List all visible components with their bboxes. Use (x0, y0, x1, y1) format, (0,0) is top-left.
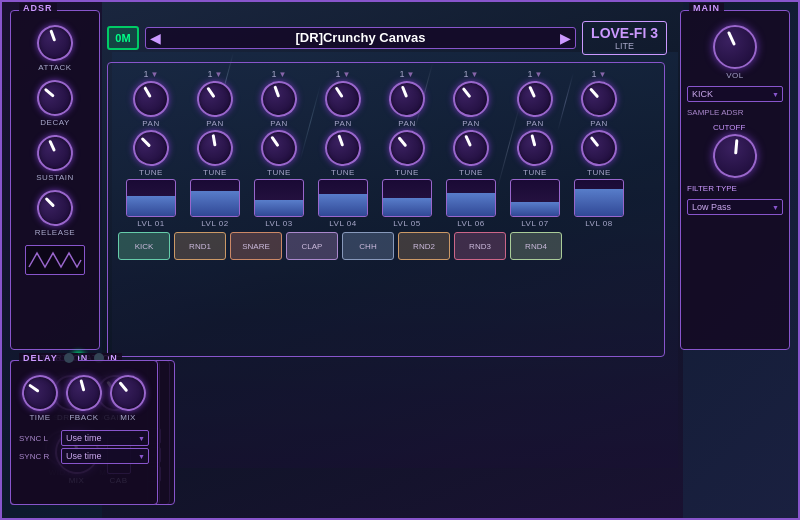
release-knob[interactable] (33, 186, 77, 230)
vol-knob[interactable] (713, 25, 757, 69)
lvl-cell-6: LVL 06 (440, 179, 502, 228)
delay-panel: DELAY TIME FBACK MIX (10, 360, 158, 505)
pan-knob-3[interactable] (258, 78, 300, 120)
pad-clap[interactable]: CLAP (286, 232, 338, 260)
tune-cell-8: TUNE (568, 130, 630, 177)
delay-mix-wrap: MIX (110, 375, 146, 422)
delay-header: DELAY (23, 353, 74, 363)
lvl-label-2: LVL 02 (201, 219, 228, 228)
delay-inner: TIME FBACK MIX SYNC L Use tim (11, 361, 157, 470)
tune-knob-5[interactable] (386, 127, 428, 169)
tune-knob-4[interactable] (322, 127, 364, 169)
lvl-bar-6[interactable] (446, 179, 496, 217)
tune-knob-2[interactable] (192, 125, 238, 171)
pan-cell-6: PAN (440, 81, 502, 128)
tune-label-3: TUNE (267, 168, 291, 177)
track-arrow-1[interactable]: ▼ (151, 70, 159, 79)
pad-rnd1[interactable]: RND1 (174, 232, 226, 260)
track-arrow-7[interactable]: ▼ (535, 70, 543, 79)
track-num-4: 1 ▼ (336, 69, 351, 79)
lvl-label-8: LVL 08 (585, 219, 612, 228)
lvl-cell-4: LVL 04 (312, 179, 374, 228)
lvl-bar-3[interactable] (254, 179, 304, 217)
decay-knob[interactable] (32, 75, 78, 121)
lvl-label-1: LVL 01 (137, 219, 164, 228)
track-cell-5: 1 ▼ (376, 69, 438, 79)
sample-select[interactable]: KICK SNARE HI-HAT CLAP (687, 86, 783, 102)
tune-knob-7[interactable] (513, 126, 557, 170)
track-arrow-2[interactable]: ▼ (215, 70, 223, 79)
lvl-label-7: LVL 07 (521, 219, 548, 228)
tune-knob-3[interactable] (259, 128, 298, 167)
lvl-bar-8[interactable] (574, 179, 624, 217)
pan-cell-4: PAN (312, 81, 374, 128)
delay-fback-knob[interactable] (62, 371, 106, 415)
om-button[interactable]: 0M (107, 26, 139, 50)
lvl-cell-7: LVL 07 (504, 179, 566, 228)
lvl-label-3: LVL 03 (265, 219, 292, 228)
pan-knob-8[interactable] (578, 78, 621, 121)
pan-label-2: PAN (206, 119, 223, 128)
cutoff-knob[interactable] (705, 126, 765, 186)
delay-sync-l-select[interactable]: Use time 1/4 1/8 (61, 430, 149, 446)
lvl-bar-1[interactable] (126, 179, 176, 217)
track-arrow-5[interactable]: ▼ (407, 70, 415, 79)
pan-row: PAN PAN PAN PAN PAN PAN (108, 81, 664, 128)
pad-snare[interactable]: SNARE (230, 232, 282, 260)
tune-knob-6[interactable] (451, 128, 490, 167)
track-num-3: 1 ▼ (272, 69, 287, 79)
lvl-bar-2[interactable] (190, 179, 240, 217)
tune-knob-1[interactable] (129, 126, 173, 170)
pad-chh[interactable]: CHH (342, 232, 394, 260)
sustain-knob[interactable] (35, 133, 74, 172)
attack-wrap: ATTACK (37, 25, 73, 72)
delay-sync-r-wrap: Use time 1/4 1/8 (61, 448, 149, 464)
lvl-bar-5[interactable] (382, 179, 432, 217)
track-arrow-4[interactable]: ▼ (343, 70, 351, 79)
lvl-bar-7[interactable] (510, 179, 560, 217)
track-cell-4: 1 ▼ (312, 69, 374, 79)
pad-kick[interactable]: KICK (118, 232, 170, 260)
attack-knob[interactable] (34, 22, 76, 64)
pan-knob-1[interactable] (133, 81, 169, 117)
lvl-bar-4[interactable] (318, 179, 368, 217)
pad-rnd3[interactable]: RND3 (454, 232, 506, 260)
tune-knob-8[interactable] (579, 128, 620, 169)
pan-knob-4[interactable] (324, 80, 362, 118)
lvl-label-6: LVL 06 (457, 219, 484, 228)
track-num-1: 1 ▼ (144, 69, 159, 79)
track-arrow-6[interactable]: ▼ (471, 70, 479, 79)
sample-adsr-label: SAMPLE ADSR (687, 108, 743, 117)
pad-rnd2[interactable]: RND2 (398, 232, 450, 260)
delay-time-knob[interactable] (16, 369, 64, 417)
track-arrow-3[interactable]: ▼ (279, 70, 287, 79)
pan-knob-7[interactable] (515, 79, 554, 118)
pan-knob-5[interactable] (387, 79, 428, 120)
pan-knob-2[interactable] (195, 79, 234, 118)
tune-label-7: TUNE (523, 168, 547, 177)
delay-led[interactable] (64, 353, 74, 363)
delay-sync-r-select[interactable]: Use time 1/4 1/8 (61, 448, 149, 464)
prev-preset-arrow[interactable]: ◀ (150, 30, 161, 46)
delay-sync-r-label: SYNC R (19, 452, 57, 461)
track-arrow-8[interactable]: ▼ (599, 70, 607, 79)
delay-time-label: TIME (29, 413, 50, 422)
filter-select[interactable]: Low Pass High Pass Band Pass (687, 199, 783, 215)
pan-label-5: PAN (398, 119, 415, 128)
adsr-panel: ADSR ATTACK DECAY SUSTAIN RELEASE (10, 10, 100, 350)
filter-type-label: FILTER TYPE (687, 184, 737, 193)
sample-select-wrap: KICK SNARE HI-HAT CLAP (687, 86, 783, 102)
next-preset-arrow[interactable]: ▶ (560, 30, 571, 46)
attack-label: ATTACK (38, 63, 71, 72)
decay-wrap: DECAY (37, 80, 73, 127)
filter-select-wrap: Low Pass High Pass Band Pass (687, 199, 783, 215)
logo-main: LOVE-FI 3 (591, 25, 658, 41)
tune-row: TUNE TUNE TUNE TUNE TUNE TUNE (108, 128, 664, 177)
pad-rnd4[interactable]: RND4 (510, 232, 562, 260)
delay-mix-knob[interactable] (107, 372, 149, 414)
track-cell-3: 1 ▼ (248, 69, 310, 79)
pan-knob-6[interactable] (451, 79, 492, 120)
delay-sync-l-label: SYNC L (19, 434, 57, 443)
pan-label-6: PAN (462, 119, 479, 128)
preset-name: [DR]Crunchy Canvas (165, 30, 556, 45)
